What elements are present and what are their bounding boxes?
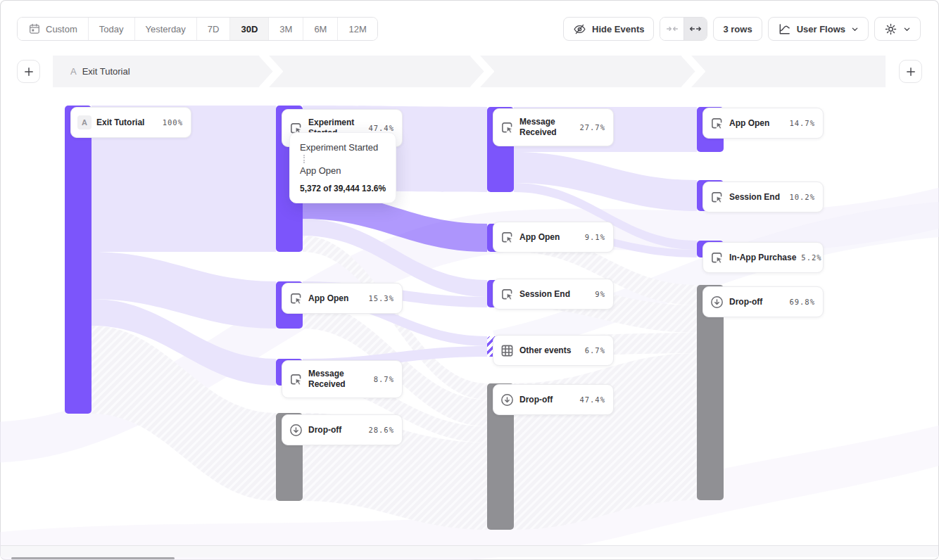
grid-icon: [500, 343, 515, 358]
node-percentage: 9%: [595, 290, 605, 298]
node-label: Drop-off: [308, 425, 363, 435]
step-letter-badge: A: [77, 115, 92, 129]
date-range-label: Today: [99, 24, 124, 34]
steps-bar[interactable]: A Exit Tutorial: [53, 56, 886, 87]
node-percentage: 47.4%: [579, 395, 605, 404]
date-range-7d[interactable]: 7D: [197, 18, 231, 40]
hide-events-label: Hide Events: [592, 24, 644, 34]
chevron-down-icon: [851, 25, 859, 33]
cursor-click-icon: [500, 287, 515, 302]
node-label: In-App Purchase: [729, 253, 796, 263]
node-percentage: 14.7%: [789, 119, 815, 127]
view-selector-button[interactable]: User Flows: [768, 17, 869, 41]
cursor-click-icon: [710, 116, 724, 131]
cursor-click-icon: [500, 120, 515, 135]
flow-link-purple[interactable]: [514, 152, 697, 211]
node-message-received-step-3[interactable]: Message Received27.7%: [493, 108, 614, 146]
node-other-events-step-3[interactable]: Other events6.7%: [493, 335, 614, 366]
footer-strip: [1, 545, 938, 557]
node-percentage: 10.2%: [789, 193, 815, 201]
node-session-end-step-4[interactable]: Session End10.2%: [702, 182, 824, 212]
badge-letter: A: [77, 115, 92, 129]
node-app-open-step-4[interactable]: App Open14.7%: [702, 108, 824, 139]
node-drop-off-step-3[interactable]: Drop-off47.4%: [493, 384, 614, 415]
step-separator-chevron: [259, 56, 283, 87]
cursor-click-icon: [289, 291, 303, 306]
node-message-received-step-2[interactable]: Message Received8.7%: [282, 360, 403, 398]
date-range-yesterday[interactable]: Yesterday: [135, 18, 197, 40]
cursor-click-icon: [710, 190, 724, 205]
date-range-label: 12M: [348, 24, 366, 34]
node-label: Other events: [519, 345, 580, 356]
date-range-label: 6M: [314, 24, 327, 34]
steps-header: A Exit Tutorial: [0, 56, 939, 88]
node-app-open-step-2[interactable]: App Open15.3%: [282, 283, 403, 314]
tooltip-connector: [303, 155, 305, 163]
cursor-click-icon: [500, 230, 515, 245]
horizontal-scrollbar[interactable]: [11, 557, 175, 559]
rows-button[interactable]: 3 rows: [713, 17, 762, 41]
tooltip-target-event: App Open: [300, 165, 386, 176]
add-step-before-button[interactable]: [17, 60, 40, 83]
date-range-30d[interactable]: 30D: [230, 18, 269, 40]
tooltip-stats: 5,372 of 39,444 13.6%: [300, 184, 386, 193]
node-exit-tutorial-step-1[interactable]: AExit Tutorial100%: [70, 107, 191, 138]
date-range-today[interactable]: Today: [89, 18, 135, 40]
calendar-icon: [28, 23, 41, 35]
date-range-label: 7D: [208, 24, 220, 34]
user-flows-app: AExit Tutorial100%Experiment Started47.4…: [0, 0, 939, 560]
node-percentage: 28.6%: [368, 426, 394, 434]
node-drop-off-step-2[interactable]: Drop-off28.6%: [282, 414, 403, 445]
cursor-click-icon: [289, 372, 303, 387]
date-range-group: CustomTodayYesterday7D30D3M6M12M: [17, 17, 378, 41]
view-selector-label: User Flows: [797, 24, 845, 34]
add-step-after-button[interactable]: [899, 60, 922, 83]
node-percentage: 6.7%: [585, 346, 605, 355]
spacing-toggle-group: [660, 17, 707, 41]
node-app-open-step-3[interactable]: App Open9.1%: [493, 222, 614, 253]
toolbar: CustomTodayYesterday7D30D3M6M12M Hide Ev…: [17, 17, 921, 41]
expand-arrows-icon: [689, 23, 702, 35]
node-label: App Open: [519, 232, 580, 243]
node-percentage: 15.3%: [368, 294, 394, 303]
collapse-arrows-icon: [666, 23, 679, 35]
chevron-down-icon: [903, 25, 911, 33]
expand-columns-button[interactable]: [683, 18, 707, 40]
bar-exit-tutorial-step-1[interactable]: [65, 106, 92, 414]
date-range-3m[interactable]: 3M: [269, 18, 303, 40]
date-range-label: Yesterday: [146, 24, 186, 34]
date-range-6m[interactable]: 6M: [303, 18, 338, 40]
flow-chart-icon: [778, 23, 791, 36]
hide-events-button[interactable]: Hide Events: [563, 17, 654, 41]
rows-label: 3 rows: [723, 24, 752, 34]
settings-button[interactable]: [874, 17, 921, 41]
step-separator-chevron: [681, 56, 705, 87]
toolbar-right: Hide Events: [563, 17, 921, 41]
node-session-end-step-3[interactable]: Session End9%: [493, 279, 614, 310]
node-percentage: 27.7%: [579, 123, 605, 132]
node-percentage: 5.2%: [801, 253, 821, 262]
date-range-label: 30D: [241, 24, 258, 34]
node-label: Drop-off: [729, 297, 784, 307]
node-label: Drop-off: [519, 395, 574, 405]
eye-off-icon: [573, 23, 586, 36]
date-range-custom[interactable]: Custom: [18, 18, 89, 40]
node-percentage: 100%: [163, 118, 183, 127]
node-label: Session End: [729, 192, 784, 203]
date-range-label: Custom: [46, 24, 77, 34]
node-drop-off-step-4[interactable]: Drop-off69.8%: [702, 286, 824, 317]
gear-icon: [884, 23, 897, 36]
dropoff-icon: [500, 393, 515, 407]
tooltip-source-event: Experiment Started: [300, 142, 386, 153]
step-letter: A: [70, 66, 77, 77]
node-label: Session End: [519, 289, 590, 300]
step-1-label[interactable]: A Exit Tutorial: [70, 56, 130, 87]
step-title: Exit Tutorial: [82, 66, 130, 77]
collapse-columns-button[interactable]: [660, 18, 683, 40]
date-range-12m[interactable]: 12M: [338, 18, 377, 40]
step-separator-chevron: [470, 56, 494, 87]
dropoff-icon: [289, 423, 303, 438]
date-range-label: 3M: [279, 24, 292, 34]
node-in-app-purchase-step-4[interactable]: In-App Purchase5.2%: [702, 242, 824, 273]
node-label: Message Received: [519, 117, 574, 138]
